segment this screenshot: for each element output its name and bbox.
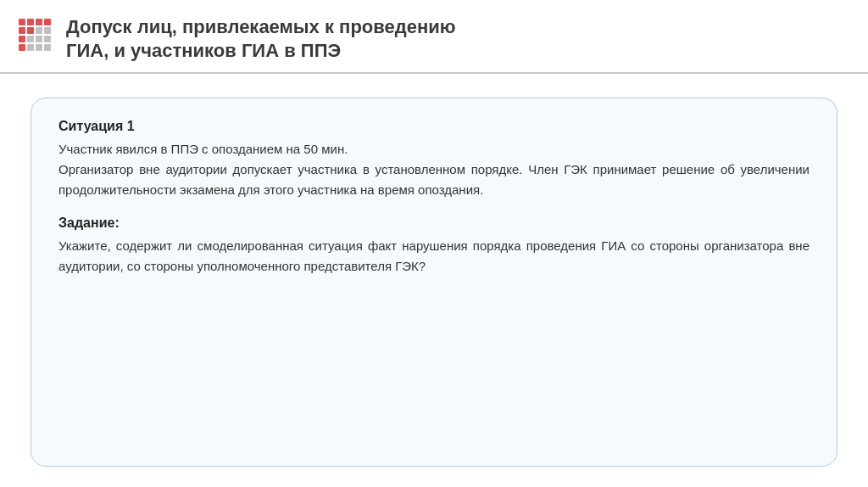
svg-rect-12 [19, 44, 25, 51]
header: Допуск лиц, привлекаемых к проведению ГИ… [0, 0, 868, 74]
svg-rect-4 [19, 27, 25, 34]
svg-rect-3 [44, 19, 51, 25]
main-content: Ситуация 1 Участник явился в ППЭ с опозд… [0, 74, 868, 487]
logo-icon [17, 17, 54, 54]
task-title: Задание: [58, 216, 810, 231]
svg-rect-6 [36, 27, 42, 34]
situation-title: Ситуация 1 [58, 119, 810, 134]
svg-rect-5 [27, 27, 34, 34]
svg-rect-10 [36, 36, 42, 42]
situation-text: Участник явился в ППЭ с опозданием на 50… [58, 139, 810, 200]
svg-rect-0 [19, 19, 25, 25]
svg-rect-2 [36, 19, 42, 25]
task-text: Укажите, содержит ли смоделированная сит… [58, 236, 810, 277]
svg-rect-9 [27, 36, 34, 42]
svg-rect-14 [36, 44, 42, 51]
svg-rect-15 [44, 44, 51, 51]
svg-rect-7 [44, 27, 51, 34]
svg-rect-8 [19, 36, 25, 42]
svg-rect-13 [27, 44, 34, 51]
page-title: Допуск лиц, привлекаемых к проведению ГИ… [66, 15, 456, 62]
svg-rect-11 [44, 36, 51, 42]
svg-rect-1 [27, 19, 34, 25]
page-container: Допуск лиц, привлекаемых к проведению ГИ… [0, 0, 868, 487]
content-card: Ситуация 1 Участник явился в ППЭ с опозд… [31, 98, 837, 467]
